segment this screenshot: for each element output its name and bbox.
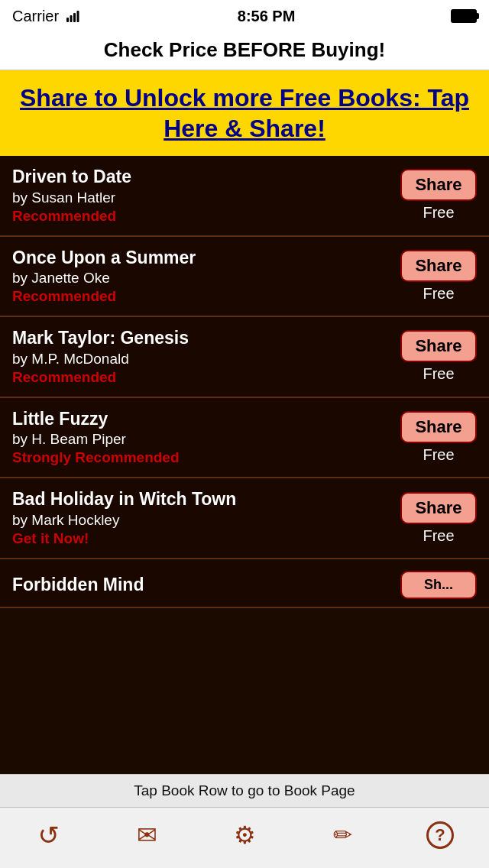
book-row[interactable]: Mark Taylor: Genesis by M.P. McDonald Re… bbox=[0, 317, 489, 398]
book-recommendation: Strongly Recommended bbox=[12, 449, 400, 466]
carrier-label: Carrier bbox=[12, 8, 82, 25]
book-author: by Susan Hatler bbox=[12, 189, 400, 206]
share-button[interactable]: Share bbox=[400, 169, 477, 201]
book-title: Little Fuzzy bbox=[12, 409, 400, 430]
book-info: Forbidden Mind bbox=[12, 575, 400, 596]
tab-bar: ↻ ✉ ⚙ ✏ ? bbox=[0, 807, 489, 868]
book-author: by Mark Hockley bbox=[12, 512, 400, 529]
book-author: by Janette Oke bbox=[12, 270, 400, 287]
book-action: Sh... bbox=[400, 571, 477, 599]
book-author: by H. Beam Piper bbox=[12, 431, 400, 448]
svg-rect-2 bbox=[73, 13, 76, 22]
tab-help[interactable]: ? bbox=[410, 812, 471, 858]
footer-hint: Tap Book Row to go to Book Page bbox=[0, 774, 489, 807]
book-action: Share Free bbox=[400, 250, 477, 303]
status-bar: Carrier 8:56 PM bbox=[0, 0, 489, 32]
status-time: 8:56 PM bbox=[238, 8, 296, 25]
tab-settings[interactable]: ⚙ bbox=[214, 812, 275, 858]
book-recommendation: Get it Now! bbox=[12, 530, 400, 547]
share-button[interactable]: Sh... bbox=[400, 571, 477, 599]
book-row[interactable]: Once Upon a Summer by Janette Oke Recomm… bbox=[0, 237, 489, 318]
share-button[interactable]: Share bbox=[400, 492, 477, 524]
book-action: Share Free bbox=[400, 330, 477, 383]
edit-icon: ✏ bbox=[333, 821, 352, 848]
price-label: Free bbox=[423, 285, 454, 303]
book-recommendation: Recommended bbox=[12, 369, 400, 386]
book-info: Driven to Date by Susan Hatler Recommend… bbox=[12, 167, 400, 225]
book-title: Mark Taylor: Genesis bbox=[12, 328, 400, 349]
book-recommendation: Recommended bbox=[12, 208, 400, 225]
price-label: Free bbox=[423, 204, 454, 222]
tab-edit[interactable]: ✏ bbox=[312, 812, 373, 858]
book-title: Once Upon a Summer bbox=[12, 248, 400, 269]
book-author: by M.P. McDonald bbox=[12, 351, 400, 368]
page-title: Check Price BEFORE Buying! bbox=[8, 38, 481, 62]
svg-rect-1 bbox=[70, 15, 73, 22]
tab-email[interactable]: ✉ bbox=[116, 812, 177, 858]
book-info: Mark Taylor: Genesis by M.P. McDonald Re… bbox=[12, 328, 400, 386]
book-title: Forbidden Mind bbox=[12, 575, 400, 596]
share-button[interactable]: Share bbox=[400, 330, 477, 362]
book-info: Bad Holiday in Witch Town by Mark Hockle… bbox=[12, 489, 400, 547]
book-row[interactable]: Bad Holiday in Witch Town by Mark Hockle… bbox=[0, 478, 489, 559]
book-info: Once Upon a Summer by Janette Oke Recomm… bbox=[12, 248, 400, 306]
battery-icon bbox=[451, 9, 477, 23]
book-action: Share Free bbox=[400, 492, 477, 545]
share-button[interactable]: Share bbox=[400, 250, 477, 282]
share-banner[interactable]: Share to Unlock more Free Books: Tap Her… bbox=[0, 70, 489, 156]
refresh-icon: ↻ bbox=[38, 820, 60, 850]
book-row[interactable]: Little Fuzzy by H. Beam Piper Strongly R… bbox=[0, 398, 489, 479]
svg-rect-0 bbox=[66, 18, 69, 22]
price-label: Free bbox=[423, 527, 454, 545]
tab-refresh[interactable]: ↻ bbox=[18, 812, 79, 858]
share-banner-link[interactable]: Share to Unlock more Free Books: Tap Her… bbox=[15, 83, 474, 144]
help-icon: ? bbox=[426, 821, 454, 849]
book-title: Bad Holiday in Witch Town bbox=[12, 489, 400, 510]
battery-indicator bbox=[451, 9, 477, 23]
gear-icon: ⚙ bbox=[234, 821, 256, 850]
book-row[interactable]: Driven to Date by Susan Hatler Recommend… bbox=[0, 156, 489, 237]
book-action: Share Free bbox=[400, 411, 477, 464]
book-recommendation: Recommended bbox=[12, 288, 400, 305]
price-label: Free bbox=[423, 365, 454, 383]
book-info: Little Fuzzy by H. Beam Piper Strongly R… bbox=[12, 409, 400, 467]
book-title: Driven to Date bbox=[12, 167, 400, 188]
email-icon: ✉ bbox=[137, 821, 157, 850]
book-action: Share Free bbox=[400, 169, 477, 222]
page-header: Check Price BEFORE Buying! bbox=[0, 32, 489, 70]
svg-rect-3 bbox=[77, 11, 79, 22]
share-button[interactable]: Share bbox=[400, 411, 477, 443]
book-list: Driven to Date by Susan Hatler Recommend… bbox=[0, 156, 489, 774]
price-label: Free bbox=[423, 446, 454, 464]
book-row-partial[interactable]: Forbidden Mind Sh... bbox=[0, 559, 489, 608]
